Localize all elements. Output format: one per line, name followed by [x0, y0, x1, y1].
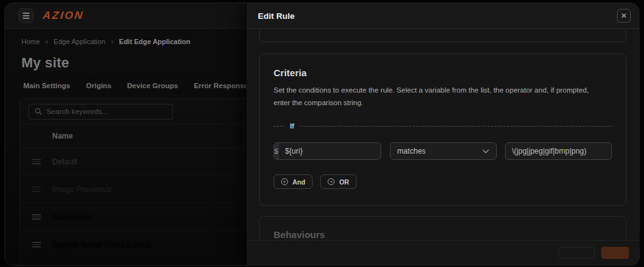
- close-icon[interactable]: ✕: [617, 9, 631, 23]
- variable-prefix: $: [274, 143, 279, 159]
- table-row[interactable]: Default: [20, 148, 246, 176]
- table-row[interactable]: Image Processor: [20, 176, 246, 203]
- table-row[interactable]: Accelerator: [20, 203, 246, 231]
- table-row[interactable]: Sample Name Rules Engine: [20, 231, 246, 259]
- condition-row: $ matches: [274, 142, 612, 160]
- variable-field: $: [274, 142, 381, 160]
- table-header: Name: [20, 125, 246, 148]
- breadcrumb-edge-application[interactable]: Edge Application: [53, 38, 105, 45]
- search-field: [28, 104, 173, 120]
- tab-error-responses[interactable]: Error Responses: [194, 82, 246, 89]
- plus-circle-icon: +: [281, 178, 288, 185]
- behaviours-heading: Behaviours: [274, 229, 612, 240]
- drag-handle-icon[interactable]: [32, 159, 41, 164]
- drawer-header: Edit Rule ✕: [247, 3, 639, 29]
- rules-list-card: Name Default Image Processor Accelerator…: [19, 98, 246, 265]
- drag-handle-icon[interactable]: [32, 242, 41, 247]
- add-or-button[interactable]: + OR: [320, 174, 357, 189]
- screenshot-root: AZION Home › Edge Application › Edit Edg…: [0, 0, 644, 267]
- tab-device-groups[interactable]: Device Groups: [127, 82, 178, 89]
- app-window: AZION Home › Edge Application › Edit Edg…: [4, 3, 640, 266]
- previous-section-card-bottom: [259, 29, 626, 42]
- breadcrumb-current: Edit Edge Application: [119, 38, 190, 45]
- hamburger-icon: [23, 13, 30, 14]
- plus-circle-icon: +: [328, 178, 335, 185]
- variable-input[interactable]: [279, 143, 381, 159]
- operator-value: matches: [397, 147, 426, 156]
- rule-name: Image Processor: [52, 185, 111, 194]
- footer-primary-button[interactable]: [601, 247, 629, 259]
- if-group-divider: If: [274, 122, 612, 130]
- rule-name: Sample Name Rules Engine: [52, 241, 151, 249]
- drag-handle-icon[interactable]: [32, 186, 41, 192]
- drag-handle-icon[interactable]: [32, 214, 41, 220]
- comparison-input[interactable]: [506, 143, 616, 159]
- tab-main-settings[interactable]: Main Settings: [23, 82, 70, 89]
- breadcrumb-home[interactable]: Home: [21, 38, 40, 45]
- menu-toggle-button[interactable]: [18, 8, 33, 23]
- chevron-right-icon: ›: [111, 37, 113, 46]
- rule-name: Accelerator: [52, 213, 92, 222]
- page-title: My site: [21, 55, 246, 71]
- edge-application-page: Home › Edge Application › Edit Edge Appl…: [5, 29, 246, 265]
- operator-select[interactable]: matches: [390, 142, 497, 160]
- comparison-field: [505, 142, 612, 160]
- if-label: If: [290, 122, 294, 130]
- footer-secondary-button[interactable]: [558, 247, 595, 259]
- drawer-body: Criteria Set the conditions to execute t…: [247, 29, 639, 240]
- chevron-right-icon: ›: [45, 37, 48, 46]
- drawer-title: Edit Rule: [258, 11, 295, 21]
- search-icon: [35, 108, 42, 115]
- criteria-heading: Criteria: [274, 67, 612, 78]
- breadcrumb: Home › Edge Application › Edit Edge Appl…: [21, 37, 246, 46]
- azion-logo[interactable]: AZION: [42, 9, 84, 22]
- tab-bar: Main Settings Origins Device Groups Erro…: [23, 82, 246, 89]
- logic-buttons: + And + OR: [274, 174, 612, 189]
- drawer-footer: [247, 240, 639, 265]
- add-and-button[interactable]: + And: [274, 174, 313, 189]
- chevron-down-icon: [482, 149, 489, 154]
- column-header-name: Name: [52, 132, 73, 140]
- search-input[interactable]: [47, 108, 167, 115]
- edit-rule-drawer: Edit Rule ✕ Criteria Set the conditions …: [246, 3, 639, 265]
- behaviours-section: Behaviours: [259, 216, 626, 240]
- criteria-description: Set the conditions to execute the rule. …: [274, 84, 601, 109]
- criteria-section: Criteria Set the conditions to execute t…: [259, 54, 626, 206]
- tab-origins[interactable]: Origins: [86, 82, 111, 89]
- rule-name: Default: [52, 157, 77, 166]
